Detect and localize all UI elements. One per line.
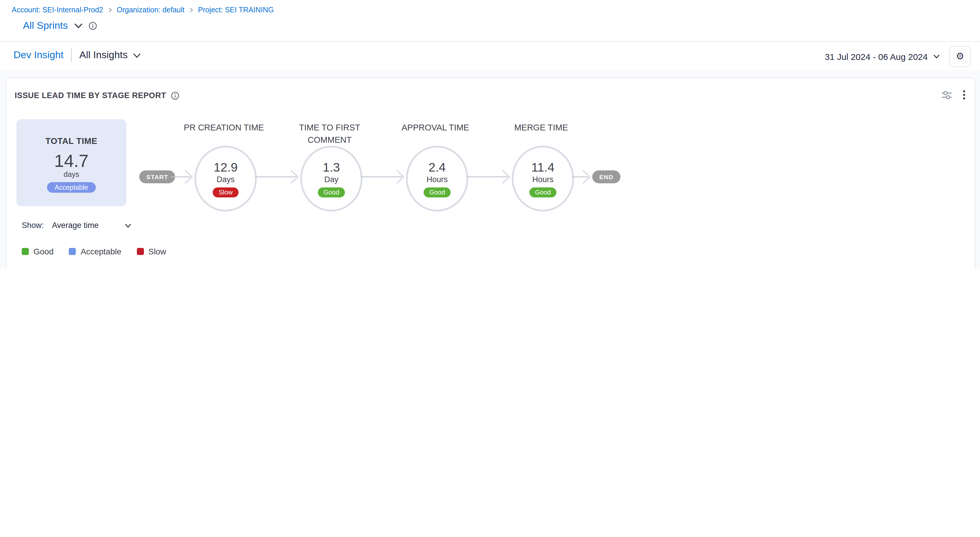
date-range-label: 31 Jul 2024 - 06 Aug 2024	[825, 51, 928, 61]
stage-status-badge: Good	[423, 187, 451, 197]
stage-name-line: APPROVAL TIME	[380, 122, 491, 134]
breadcrumb: Account: SEI-Internal-Prod2Organization:…	[12, 6, 274, 14]
issue-lead-time-panel: ISSUE LEAD TIME BY STAGE REPORT TOTAL TI…	[6, 78, 975, 268]
stage-value: 1.3	[323, 160, 340, 174]
kebab-menu-icon[interactable]	[963, 90, 965, 100]
sprint-selector[interactable]: All Sprints	[23, 20, 97, 32]
date-range-picker[interactable]: 31 Jul 2024 - 06 Aug 2024	[825, 51, 940, 61]
info-icon[interactable]	[171, 91, 179, 100]
chevron-right-icon	[108, 7, 112, 13]
insight-title[interactable]: Dev Insight	[14, 49, 64, 61]
breadcrumb-link[interactable]: Organization: default	[117, 6, 185, 14]
show-label: Show:	[22, 221, 44, 230]
stage-circle: 2.4HoursGood	[406, 146, 468, 211]
top-bar: Account: SEI-Internal-Prod2Organization:…	[0, 0, 980, 42]
info-icon[interactable]	[88, 22, 97, 30]
stage-circle: 12.9DaysSlow	[194, 146, 257, 211]
stage-unit: Hours	[426, 175, 448, 184]
flow-arrow	[255, 168, 299, 185]
chevron-down-icon	[133, 52, 141, 58]
stage-name-line: MERGE TIME	[485, 122, 597, 134]
breadcrumb-link[interactable]: Account: SEI-Internal-Prod2	[12, 6, 103, 14]
legend-swatch	[69, 248, 76, 255]
chevron-down-icon	[933, 54, 940, 59]
flow-arrow	[572, 168, 591, 185]
stage-name: TIME TO FIRSTCOMMENT	[274, 122, 385, 146]
stage-unit: Hours	[532, 175, 554, 184]
insight-bar: Dev Insight All Insights 31 Jul 2024 - 0…	[0, 42, 980, 70]
legend-label: Acceptable	[81, 247, 122, 256]
flow-arrow	[466, 168, 511, 185]
vertical-divider	[71, 48, 72, 62]
legend-swatch	[137, 248, 144, 255]
stage-status-badge: Good	[529, 187, 557, 197]
legend-item: Acceptable	[69, 247, 122, 256]
settings-button[interactable]: ⚙	[950, 46, 970, 67]
flow-start-pill: START	[139, 170, 175, 183]
flow-arrow	[171, 168, 193, 185]
stage-unit: Days	[216, 175, 235, 184]
chevron-down-icon	[74, 23, 83, 29]
legend-swatch	[22, 248, 29, 255]
show-value: Average time	[52, 221, 99, 230]
legend-item: Good	[22, 247, 54, 256]
stage-value: 12.9	[213, 160, 238, 174]
stage-unit: Day	[324, 175, 339, 184]
stage-name-line: TIME TO FIRST	[274, 122, 385, 134]
stage-circle: 1.3DayGood	[300, 146, 363, 211]
stage-name: PR CREATION TIME	[168, 122, 280, 134]
legend-label: Good	[33, 247, 54, 256]
dashboard-content: ISSUE LEAD TIME BY STAGE REPORT TOTAL TI…	[0, 70, 980, 268]
stage-name: APPROVAL TIME	[380, 122, 491, 134]
flow-end-pill: END	[592, 170, 620, 183]
sei-dashboard: Account: SEI-Internal-Prod2Organization:…	[0, 0, 980, 268]
stage-status-badge: Slow	[213, 187, 239, 197]
insights-dropdown-label: All Insights	[79, 49, 127, 61]
stage-circle: 11.4HoursGood	[512, 146, 574, 211]
stage-value: 11.4	[531, 160, 555, 174]
chevron-right-icon	[189, 7, 193, 13]
legend-label: Slow	[148, 247, 166, 256]
stage-name-line: COMMENT	[274, 134, 385, 146]
gear-icon: ⚙	[956, 52, 964, 61]
widget-filters-icon[interactable]	[942, 90, 952, 100]
stage-value: 2.4	[429, 160, 445, 174]
sprint-selector-label: All Sprints	[23, 20, 68, 32]
chevron-down-icon	[124, 223, 132, 228]
stage-name: MERGE TIME	[485, 122, 597, 134]
breadcrumb-link[interactable]: Project: SEI TRAINING	[198, 6, 274, 14]
stage-status-badge: Good	[318, 187, 345, 197]
panel-title: ISSUE LEAD TIME BY STAGE REPORT	[15, 91, 166, 100]
legend-item: Slow	[137, 247, 166, 256]
insights-dropdown[interactable]: All Insights	[79, 49, 141, 61]
flow-arrow	[361, 168, 405, 185]
lead-time-flow: STARTPR CREATION TIME12.9DaysSlowTIME TO…	[6, 113, 975, 260]
status-legend: GoodAcceptableSlow	[22, 247, 166, 256]
stage-name-line: PR CREATION TIME	[168, 122, 280, 134]
show-dropdown[interactable]: Show: Average time	[22, 221, 132, 230]
